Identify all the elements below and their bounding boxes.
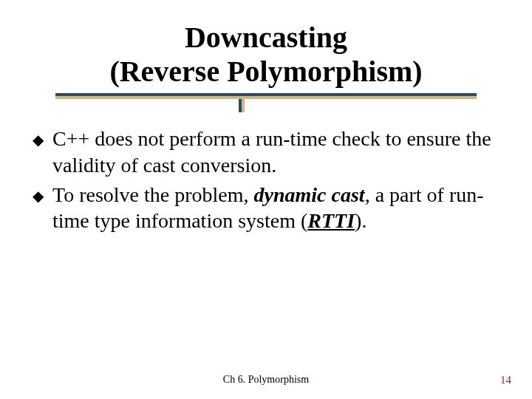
slide-title: Downcasting (Reverse Polymorphism) bbox=[30, 21, 502, 89]
bullet-text-pre: To resolve the problem, bbox=[52, 183, 254, 206]
title-line-1: Downcasting bbox=[30, 21, 502, 55]
bullet-text: C++ does not perform a run-time check to… bbox=[52, 126, 499, 179]
bullet-text-post: ). bbox=[355, 209, 366, 232]
bullet-text: To resolve the problem, dynamic cast, a … bbox=[52, 182, 499, 235]
title-line-2: (Reverse Polymorphism) bbox=[30, 55, 502, 89]
title-underline bbox=[55, 93, 477, 103]
bullet-marker-icon: ◆ bbox=[33, 187, 44, 206]
slide-footer: Ch 6. Polymorphism 14 bbox=[0, 374, 532, 389]
slide-body: ◆ C++ does not perform a run-time check … bbox=[30, 126, 502, 234]
bullet-item: ◆ To resolve the problem, dynamic cast, … bbox=[33, 182, 499, 235]
footer-chapter: Ch 6. Polymorphism bbox=[0, 374, 532, 386]
footer-page-number: 14 bbox=[500, 374, 511, 386]
slide: Downcasting (Reverse Polymorphism) ◆ C++… bbox=[0, 0, 532, 399]
bullet-item: ◆ C++ does not perform a run-time check … bbox=[33, 126, 499, 179]
bullet-marker-icon: ◆ bbox=[33, 131, 44, 150]
emphasis-rtti: RTTI bbox=[307, 209, 355, 232]
emphasis-dynamic-cast: dynamic cast bbox=[254, 183, 365, 206]
